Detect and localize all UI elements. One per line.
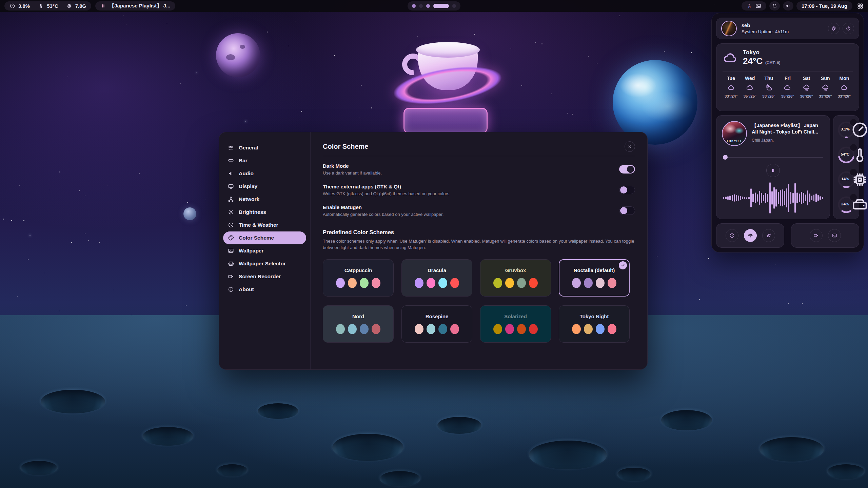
sidebar-item-display[interactable]: Display [223, 180, 306, 193]
cloud-icon [840, 84, 848, 92]
power-button[interactable] [843, 23, 854, 34]
gauge-value: 14% [836, 177, 854, 181]
gauge-value: 3.1% [836, 127, 854, 131]
pause-button[interactable] [766, 164, 780, 177]
scheme-card-rosepine[interactable]: Rosepine [401, 305, 472, 343]
album-art-text: TOKYO L [723, 139, 746, 143]
forecast-fri: Fri 35°/26° [779, 76, 796, 98]
info-icon [228, 286, 234, 292]
sidebar-item-audio[interactable]: Audio [223, 167, 306, 180]
day-label: Mon [840, 76, 849, 81]
scheme-name: Dracula [428, 267, 446, 273]
scheme-palette [336, 324, 380, 334]
temperature-gauge: 54°C [836, 144, 856, 166]
top-bar: 3.8%53°C7.8G 【Japanese Playlist】 J... C … [0, 0, 868, 12]
seek-bar[interactable] [722, 155, 824, 160]
apps-grid-icon[interactable] [857, 3, 864, 9]
memory-gauge: 14% [836, 169, 856, 190]
day-temps: 35°/26° [781, 94, 794, 98]
scheme-card-tokyo-night[interactable]: Tokyo Night [559, 305, 630, 343]
forecast-thu: Thu 33°/26° [760, 76, 777, 98]
avatar[interactable] [721, 21, 737, 36]
screen-recorder-button[interactable] [810, 229, 823, 242]
day-temps: 33°/26° [819, 94, 832, 98]
phone-c-icon[interactable]: C [747, 3, 752, 9]
sidebar-item-network[interactable]: Network [223, 193, 306, 206]
bell-button[interactable] [769, 1, 780, 11]
bar-icon [228, 158, 234, 164]
scheme-card-gruvbox[interactable]: Gruvbox [480, 259, 551, 297]
clock-icon [228, 222, 234, 228]
workspace-4-active[interactable] [433, 4, 449, 8]
scheme-card-nord[interactable]: Nord [323, 305, 394, 343]
sidebar-item-screen-recorder[interactable]: Screen Recorder [223, 270, 306, 283]
seek-thumb[interactable] [723, 155, 728, 160]
image-icon [832, 233, 837, 238]
toggle-switch[interactable] [619, 165, 635, 174]
scheme-card-noctalia-default[interactable]: Noctalia (default) [559, 259, 630, 297]
selected-check-badge [619, 261, 627, 269]
scheme-card-solarized[interactable]: Solarized [480, 305, 551, 343]
forecast-sat: Sat 36°/26° [798, 76, 815, 98]
scheme-card-catppuccin[interactable]: Catppuccin [323, 259, 394, 297]
scheme-card-dracula[interactable]: Dracula [401, 259, 472, 297]
powersave-profile-button[interactable] [762, 229, 775, 242]
memory-usage-value: 7.8G [75, 3, 86, 9]
sidebar-item-wallpaper-selector[interactable]: Wallpaper Selector [223, 257, 306, 270]
day-label: Wed [745, 76, 755, 81]
clock[interactable]: 17:09 - Tue, 19 Aug [796, 1, 852, 11]
media-pill[interactable]: 【Japanese Playlist】 J... [95, 1, 175, 11]
forecast-wed: Wed 35°/25° [742, 76, 758, 98]
cpu-temp-value: 53°C [47, 3, 58, 9]
balanced-profile-button[interactable] [744, 229, 757, 242]
cloud-icon [723, 50, 738, 66]
scheme-name: Catppuccin [344, 267, 372, 273]
day-label: Fri [785, 76, 791, 81]
scales-icon [748, 233, 753, 238]
sliders-icon [228, 145, 234, 151]
network-icon [228, 196, 234, 202]
switch-knob [627, 166, 634, 173]
day-temps: 36°/26° [800, 94, 813, 98]
workspace-3[interactable] [426, 4, 430, 8]
performance-profile-button[interactable] [726, 229, 738, 242]
track-title: 【Japanese Playlist】 Japan All Night - To… [752, 122, 824, 135]
neon-billboard [403, 108, 488, 134]
volume-button[interactable] [783, 1, 793, 11]
sidebar-item-time-weather[interactable]: Time & Weather [223, 219, 306, 231]
gear-button[interactable] [828, 23, 840, 34]
wallpaper-icon [228, 248, 234, 254]
sidebar-item-wallpaper[interactable]: Wallpaper [223, 244, 306, 257]
sidebar-item-about[interactable]: About [223, 283, 306, 296]
day-label: Sun [821, 76, 830, 81]
cpu-gauge: 3.1% [836, 119, 856, 141]
switch-knob [620, 186, 627, 194]
schemes-section-desc: These color schemes only apply when 'Use… [323, 238, 635, 251]
wallpaper-sel-icon [228, 261, 234, 267]
toggle-switch[interactable] [619, 186, 635, 194]
gauge-value: 24% [836, 202, 854, 206]
scheme-palette [572, 278, 616, 288]
audio-icon [228, 170, 234, 177]
workspace-5[interactable] [452, 4, 456, 8]
leaf-icon [766, 233, 771, 238]
system-stats-pill[interactable]: 3.8%53°C7.8G [4, 1, 91, 11]
toggle-switch[interactable] [619, 206, 635, 215]
sidebar-item-brightness[interactable]: Brightness [223, 206, 306, 219]
sidebar-item-color-scheme[interactable]: Color Scheme [223, 231, 306, 244]
thermo-icon [851, 145, 855, 149]
wallpaper-icon[interactable] [755, 3, 761, 9]
scheme-palette [415, 278, 459, 288]
setting-label: Theme external apps (GTK & Qt) [323, 184, 451, 189]
check-icon [621, 263, 625, 267]
scheme-grid: Catppuccin Dracula Gruvbox Noctalia (def… [323, 259, 635, 343]
close-button[interactable] [625, 141, 635, 152]
sidebar-item-general[interactable]: General [223, 141, 306, 154]
sidebar-item-bar[interactable]: Bar [223, 154, 306, 167]
workspace-1[interactable] [412, 4, 416, 8]
wallpaper-button[interactable] [828, 229, 841, 242]
workspace-2[interactable] [419, 4, 423, 8]
day-label: Sat [803, 76, 810, 81]
workspace-indicator [408, 1, 460, 11]
scheme-palette [572, 324, 616, 334]
